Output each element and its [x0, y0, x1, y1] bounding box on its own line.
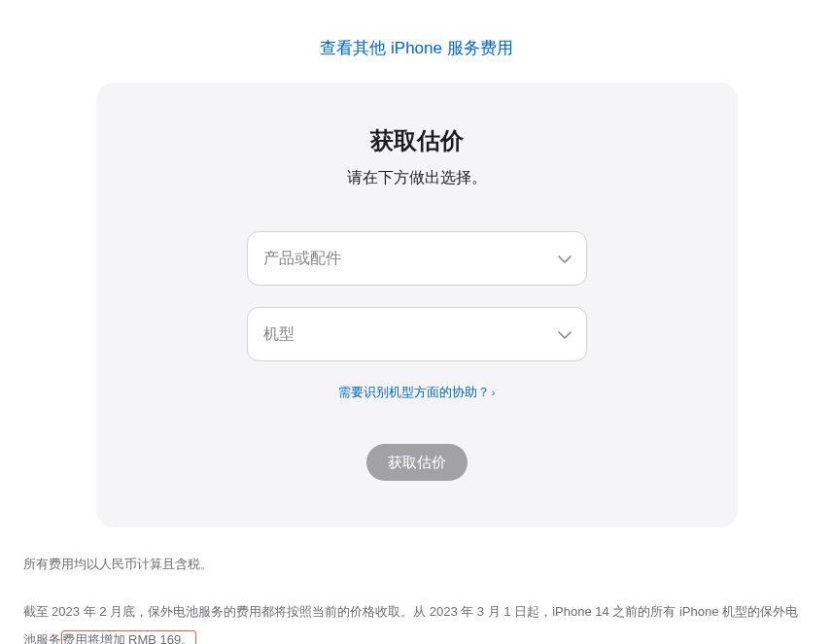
footer-text: 所有费用均以人民币计算且含税。 截至 2023 年 2 月底，保外电池服务的费用…: [14, 555, 820, 644]
estimate-card: 获取估价 请在下方做出选择。 产品或配件 机型 需要识别机型方面的协助？› 获取…: [96, 83, 738, 527]
footer-price-notice: 截至 2023 年 2 月底，保外电池服务的费用都将按照当前的价格收取。从 20…: [23, 597, 811, 645]
product-select-placeholder: 产品或配件: [263, 249, 341, 269]
model-select[interactable]: 机型: [247, 307, 587, 361]
product-select-wrapper: 产品或配件: [247, 231, 587, 286]
top-link-container: 查看其他 iPhone 服务费用: [0, 0, 833, 83]
other-services-link[interactable]: 查看其他 iPhone 服务费用: [320, 39, 512, 57]
card-subtitle: 请在下方做出选择。: [135, 168, 699, 188]
model-select-wrapper: 机型: [247, 307, 587, 361]
footer-currency-note: 所有费用均以人民币计算且含税。: [23, 555, 811, 574]
footer-notice-highlight: 费用将增加 RMB 169。: [61, 630, 197, 644]
get-estimate-button[interactable]: 获取估价: [366, 444, 468, 481]
card-title: 获取估价: [135, 125, 699, 156]
chevron-right-icon: ›: [492, 387, 496, 398]
model-select-placeholder: 机型: [263, 324, 295, 345]
product-select[interactable]: 产品或配件: [247, 231, 587, 286]
help-link-container: 需要识别机型方面的协助？›: [135, 383, 699, 401]
help-link-label: 需要识别机型方面的协助？: [338, 385, 490, 399]
identify-model-help-link[interactable]: 需要识别机型方面的协助？›: [338, 385, 496, 399]
